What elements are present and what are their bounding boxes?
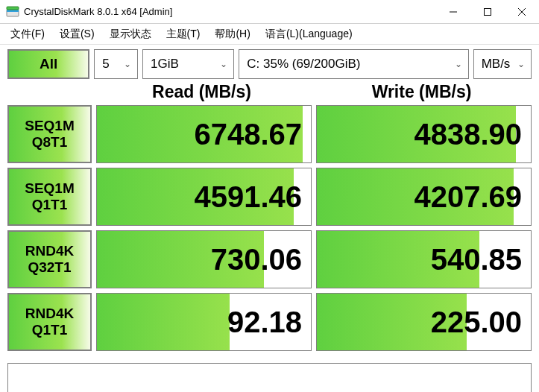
run-test-button[interactable]: SEQ1MQ1T1 xyxy=(7,168,92,226)
chevron-down-icon: ⌄ xyxy=(217,59,230,69)
units-dropdown[interactable]: MB/s ⌄ xyxy=(473,49,532,79)
bench-row: RND4KQ32T1730.06540.85 xyxy=(7,230,532,288)
status-bar xyxy=(7,363,532,392)
header-read: Read (MB/s) xyxy=(92,80,312,105)
chevron-down-icon: ⌄ xyxy=(452,59,465,69)
test-label-line2: Q32T1 xyxy=(28,259,71,276)
menu-file[interactable]: 文件(F) xyxy=(3,25,52,43)
value-number: 730.06 xyxy=(211,243,302,276)
write-value-cell: 540.85 xyxy=(316,230,532,288)
bench-row: SEQ1MQ8T16748.674838.90 xyxy=(7,105,532,163)
titlebar: CrystalDiskMark 8.0.1 x64 [Admin] xyxy=(0,0,539,24)
loops-dropdown[interactable]: 5 ⌄ xyxy=(94,49,138,79)
testsize-value: 1GiB xyxy=(151,57,217,72)
app-icon xyxy=(6,5,19,19)
bench-row: SEQ1MQ1T14591.464207.69 xyxy=(7,168,532,226)
menu-help[interactable]: 帮助(H) xyxy=(207,25,257,43)
value-bar xyxy=(97,294,230,350)
run-test-button[interactable]: SEQ1MQ8T1 xyxy=(7,105,92,163)
write-value-cell: 4207.69 xyxy=(316,168,532,226)
window-controls xyxy=(436,0,539,24)
test-label-line1: SEQ1M xyxy=(25,118,75,134)
run-test-button[interactable]: RND4KQ1T1 xyxy=(7,293,92,351)
test-label-line1: RND4K xyxy=(25,306,74,322)
menubar: 文件(F) 设置(S) 显示状态 主题(T) 帮助(H) 语言(L)(Langu… xyxy=(0,24,539,45)
drive-dropdown[interactable]: C: 35% (69/200GiB) ⌄ xyxy=(239,49,468,79)
bench-row: RND4KQ1T192.18225.00 xyxy=(7,293,532,351)
test-label-line2: Q8T1 xyxy=(32,134,68,151)
value-number: 92.18 xyxy=(227,306,302,339)
value-number: 4591.46 xyxy=(194,180,302,214)
header-spacer xyxy=(7,80,92,105)
write-value-cell: 225.00 xyxy=(316,293,532,351)
test-label-line1: SEQ1M xyxy=(25,180,75,197)
menu-display[interactable]: 显示状态 xyxy=(102,25,159,43)
menu-language[interactable]: 语言(L)(Language) xyxy=(258,25,360,43)
menu-settings[interactable]: 设置(S) xyxy=(52,25,102,43)
svg-rect-2 xyxy=(7,7,19,10)
test-label-line1: RND4K xyxy=(25,243,74,259)
test-label-line2: Q1T1 xyxy=(32,197,68,213)
loops-value: 5 xyxy=(102,57,121,72)
test-label-line2: Q1T1 xyxy=(32,322,68,338)
value-number: 6748.67 xyxy=(194,118,302,151)
svg-rect-4 xyxy=(485,8,491,15)
chevron-down-icon: ⌄ xyxy=(514,59,528,69)
header-write: Write (MB/s) xyxy=(312,80,532,105)
value-number: 540.85 xyxy=(431,243,522,276)
read-value-cell: 730.06 xyxy=(96,230,312,288)
value-number: 4838.90 xyxy=(414,118,522,151)
window-title: CrystalDiskMark 8.0.1 x64 [Admin] xyxy=(24,6,436,17)
menu-theme[interactable]: 主题(T) xyxy=(159,25,208,43)
testsize-dropdown[interactable]: 1GiB ⌄ xyxy=(142,49,234,79)
units-value: MB/s xyxy=(482,57,514,72)
benchmark-grid: SEQ1MQ8T16748.674838.90SEQ1MQ1T14591.464… xyxy=(0,105,539,363)
column-headers: Read (MB/s) Write (MB/s) xyxy=(0,80,539,105)
write-value-cell: 4838.90 xyxy=(316,105,532,163)
maximize-button[interactable] xyxy=(470,0,505,24)
value-number: 225.00 xyxy=(431,306,522,339)
controls-row: All 5 ⌄ 1GiB ⌄ C: 35% (69/200GiB) ⌄ MB/s… xyxy=(0,45,539,80)
chevron-down-icon: ⌄ xyxy=(121,59,134,69)
close-button[interactable] xyxy=(505,0,539,24)
minimize-button[interactable] xyxy=(436,0,470,24)
read-value-cell: 4591.46 xyxy=(96,168,312,226)
run-test-button[interactable]: RND4KQ32T1 xyxy=(7,230,92,288)
read-value-cell: 92.18 xyxy=(96,293,312,351)
drive-value: C: 35% (69/200GiB) xyxy=(247,57,451,72)
run-all-label: All xyxy=(40,56,57,72)
run-all-button[interactable]: All xyxy=(7,49,89,79)
read-value-cell: 6748.67 xyxy=(96,105,312,163)
value-number: 4207.69 xyxy=(414,180,522,214)
